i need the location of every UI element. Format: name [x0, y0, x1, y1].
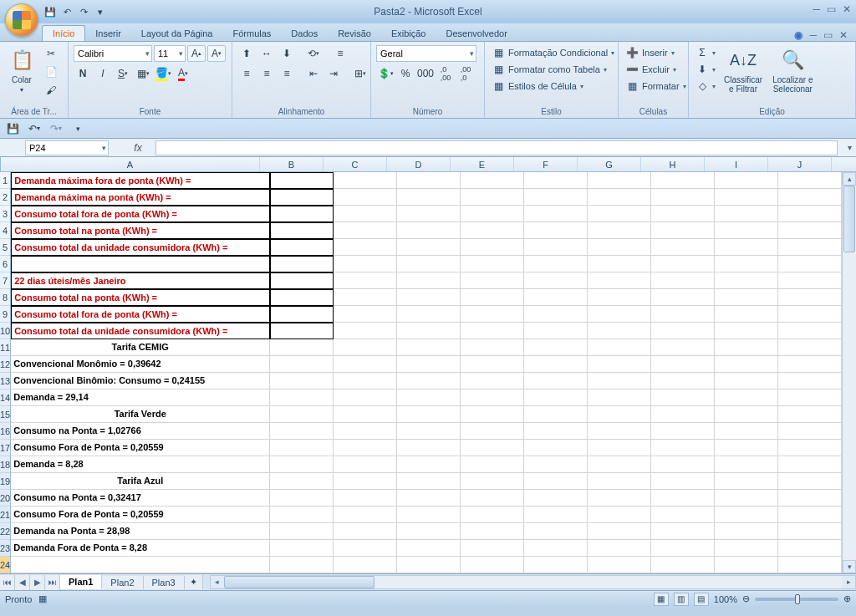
cell-J12[interactable] [778, 356, 842, 373]
sheet-tab-plan1[interactable]: Plan1 [60, 575, 102, 589]
cell-I4[interactable] [715, 222, 778, 239]
cell-A12[interactable]: Convencional Monômio = 0,39642 [11, 356, 270, 373]
zoom-in-button[interactable]: ⊕ [843, 593, 851, 604]
col-header-A[interactable]: A [1, 157, 260, 171]
qat-undo-icon[interactable]: ↶ [60, 5, 74, 18]
cell-B4[interactable] [270, 222, 334, 239]
cell-H4[interactable] [651, 222, 715, 239]
scroll-left-button[interactable]: ◂ [211, 576, 224, 588]
cell-E7[interactable] [461, 272, 524, 289]
cell-H10[interactable] [651, 323, 715, 339]
cell-G1[interactable] [588, 172, 651, 189]
cell-B13[interactable] [270, 373, 334, 389]
col-header-G[interactable]: G [578, 157, 641, 171]
italic-button[interactable]: I [94, 65, 112, 82]
cell-I20[interactable] [715, 490, 778, 507]
cell-B1[interactable] [270, 172, 334, 189]
cell-J15[interactable] [778, 406, 842, 423]
row-header-22[interactable]: 22 [0, 523, 10, 540]
vertical-scrollbar[interactable]: ▴ ▾ [842, 172, 856, 573]
shrink-font-button[interactable]: A▾ [207, 45, 226, 62]
cell-E12[interactable] [461, 356, 524, 373]
zoom-thumb[interactable] [795, 594, 800, 604]
cell-D23[interactable] [397, 540, 461, 557]
cell-C24[interactable] [334, 557, 397, 573]
orientation-button[interactable]: ⟲▾ [304, 45, 323, 62]
cell-C17[interactable] [334, 440, 397, 456]
conditional-formatting-button[interactable]: ▦Formatação Condicional▾ [490, 45, 616, 60]
cell-E8[interactable] [461, 289, 524, 306]
cell-B14[interactable] [270, 389, 334, 406]
cell-C13[interactable] [334, 373, 397, 389]
cell-D2[interactable] [397, 189, 461, 206]
tab-layout[interactable]: Layout da Página [131, 26, 223, 41]
cell-H6[interactable] [651, 256, 715, 272]
row-header-20[interactable]: 20 [0, 490, 10, 507]
cell-H24[interactable] [651, 557, 715, 573]
sheet-first-button[interactable]: ⏮ [0, 575, 15, 590]
cell-I17[interactable] [715, 440, 778, 456]
increase-indent-button[interactable]: ⇥ [324, 65, 343, 82]
cell-A9[interactable]: Consumo total fora de ponta (KWh) = [11, 306, 270, 323]
cell-J24[interactable] [778, 557, 842, 573]
row-header-3[interactable]: 3 [0, 206, 10, 222]
macro-record-icon[interactable]: ▦ [38, 593, 47, 604]
row-header-14[interactable]: 14 [0, 389, 10, 406]
cell-G8[interactable] [588, 289, 651, 306]
cell-E14[interactable] [461, 389, 524, 406]
cell-D11[interactable] [397, 339, 461, 356]
cell-C2[interactable] [334, 189, 397, 206]
cell-B18[interactable] [270, 456, 334, 473]
cut-button[interactable]: ✂ [42, 45, 60, 62]
name-box[interactable]: P24 [25, 140, 109, 155]
cell-A18[interactable]: Demanda = 8,28 [11, 456, 270, 473]
cell-H15[interactable] [651, 406, 715, 423]
cell-F10[interactable] [524, 323, 588, 339]
cell-B17[interactable] [270, 440, 334, 456]
cell-H9[interactable] [651, 306, 715, 323]
row-header-15[interactable]: 15 [0, 406, 10, 423]
cell-E22[interactable] [461, 523, 524, 540]
cell-F1[interactable] [524, 172, 588, 189]
font-color-button[interactable]: A▾ [174, 65, 192, 82]
cell-F7[interactable] [524, 272, 588, 289]
row-header-21[interactable]: 21 [0, 507, 10, 523]
row-header-6[interactable]: 6 [0, 256, 10, 272]
cell-C22[interactable] [334, 523, 397, 540]
cell-J14[interactable] [778, 389, 842, 406]
cell-E13[interactable] [461, 373, 524, 389]
cell-C23[interactable] [334, 540, 397, 557]
sheet-next-button[interactable]: ▶ [30, 575, 45, 590]
cell-J3[interactable] [778, 206, 842, 222]
cell-C3[interactable] [334, 206, 397, 222]
merge-center-button[interactable]: ⊞▾ [351, 65, 369, 82]
cell-I14[interactable] [715, 389, 778, 406]
cell-I13[interactable] [715, 373, 778, 389]
cell-I12[interactable] [715, 356, 778, 373]
cell-G10[interactable] [588, 323, 651, 339]
page-break-view-button[interactable]: ▤ [694, 593, 709, 606]
cell-H16[interactable] [651, 423, 715, 440]
cell-C16[interactable] [334, 423, 397, 440]
cell-A14[interactable]: Demanda = 29,14 [11, 389, 270, 406]
cell-I16[interactable] [715, 423, 778, 440]
cell-E18[interactable] [461, 456, 524, 473]
cell-I19[interactable] [715, 473, 778, 490]
cell-F13[interactable] [524, 373, 588, 389]
row-header-13[interactable]: 13 [0, 373, 10, 389]
row-header-10[interactable]: 10 [0, 323, 10, 339]
cell-J2[interactable] [778, 189, 842, 206]
cell-G20[interactable] [588, 490, 651, 507]
paste-button[interactable]: 📋 Colar ▾ [5, 45, 38, 95]
cell-D18[interactable] [397, 456, 461, 473]
cell-A23[interactable]: Demanda Fora de Ponta = 8,28 [11, 540, 270, 557]
cell-J8[interactable] [778, 289, 842, 306]
cell-I11[interactable] [715, 339, 778, 356]
cell-F24[interactable] [524, 557, 588, 573]
find-select-button[interactable]: 🔍 Localizar e Selecionar [769, 45, 816, 95]
cell-F18[interactable] [524, 456, 588, 473]
cell-I15[interactable] [715, 406, 778, 423]
cell-G14[interactable] [588, 389, 651, 406]
cell-I10[interactable] [715, 323, 778, 339]
cell-C14[interactable] [334, 389, 397, 406]
